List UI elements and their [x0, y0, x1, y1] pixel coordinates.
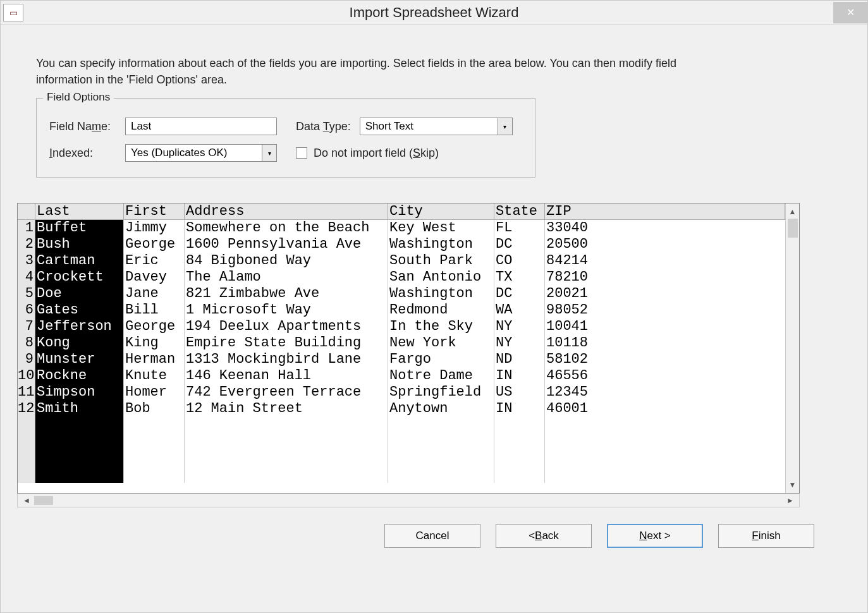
cell[interactable]: Washington: [388, 236, 494, 253]
column-header-city[interactable]: City: [388, 203, 494, 220]
back-button[interactable]: < Back: [496, 524, 592, 548]
cell[interactable]: Anytown: [388, 401, 494, 417]
column-header-address[interactable]: Address: [185, 203, 388, 220]
cell[interactable]: DC: [494, 236, 545, 253]
cell[interactable]: TX: [494, 269, 545, 286]
cell[interactable]: 146 Keenan Hall: [185, 368, 388, 384]
data-preview-grid[interactable]: LastFirstAddressCityStateZIP1BuffetJimmy…: [17, 203, 800, 494]
cell[interactable]: Washington: [388, 286, 494, 302]
cell[interactable]: George: [124, 236, 185, 253]
cell[interactable]: Key West: [388, 220, 494, 236]
cell[interactable]: New York: [388, 335, 494, 351]
cell[interactable]: 821 Zimbabwe Ave: [185, 286, 388, 302]
cell[interactable]: Springfield: [388, 384, 494, 401]
scroll-thumb[interactable]: [788, 219, 798, 238]
cell[interactable]: Jefferson: [35, 319, 124, 335]
scroll-right-icon[interactable]: ►: [786, 496, 794, 505]
cell[interactable]: Davey: [124, 269, 185, 286]
cell[interactable]: Simpson: [35, 384, 124, 401]
cell[interactable]: Crockett: [35, 269, 124, 286]
cell[interactable]: Buffet: [35, 220, 124, 236]
cell[interactable]: Redmond: [388, 302, 494, 319]
cell[interactable]: DC: [494, 286, 545, 302]
table-row[interactable]: 12SmithBob12 Main StreetAnytownIN46001: [18, 401, 785, 417]
cell[interactable]: Bob: [124, 401, 185, 417]
column-header-last[interactable]: Last: [35, 203, 124, 220]
table-row[interactable]: 5DoeJane821 Zimbabwe AveWashingtonDC2002…: [18, 286, 785, 302]
cell[interactable]: IN: [494, 401, 545, 417]
cell[interactable]: Kong: [35, 335, 124, 351]
cell[interactable]: Empire State Building: [185, 335, 388, 351]
cell[interactable]: 84214: [545, 253, 785, 269]
data-type-dropdown-button[interactable]: ▾: [498, 118, 513, 135]
column-header-first[interactable]: First: [124, 203, 185, 220]
cell[interactable]: Gates: [35, 302, 124, 319]
cell[interactable]: Jane: [124, 286, 185, 302]
scroll-down-icon[interactable]: ▼: [789, 480, 797, 489]
cell[interactable]: Herman: [124, 351, 185, 368]
vertical-scrollbar[interactable]: ▲ ▼: [785, 203, 799, 493]
column-header-zip[interactable]: ZIP: [545, 203, 785, 220]
cell[interactable]: San Antonio: [388, 269, 494, 286]
indexed-dropdown-button[interactable]: ▾: [262, 144, 277, 162]
cell[interactable]: Munster: [35, 351, 124, 368]
table-row[interactable]: 9MunsterHerman1313 Mockingbird LaneFargo…: [18, 351, 785, 368]
cell[interactable]: ND: [494, 351, 545, 368]
cell[interactable]: Bush: [35, 236, 124, 253]
table-row[interactable]: 4CrockettDaveyThe AlamoSan AntonioTX7821…: [18, 269, 785, 286]
cell[interactable]: 98052: [545, 302, 785, 319]
cell[interactable]: 1600 Pennsylvania Ave: [185, 236, 388, 253]
cell[interactable]: FL: [494, 220, 545, 236]
cell[interactable]: 1 Microsoft Way: [185, 302, 388, 319]
cell[interactable]: Smith: [35, 401, 124, 417]
cell[interactable]: Fargo: [388, 351, 494, 368]
cell[interactable]: The Alamo: [185, 269, 388, 286]
cell[interactable]: WA: [494, 302, 545, 319]
cell[interactable]: 742 Evergreen Terrace: [185, 384, 388, 401]
cancel-button[interactable]: Cancel: [384, 524, 480, 548]
cell[interactable]: NY: [494, 335, 545, 351]
scroll-left-icon[interactable]: ◄: [23, 496, 30, 505]
skip-field-checkbox[interactable]: [296, 147, 307, 159]
cell[interactable]: Homer: [124, 384, 185, 401]
cell[interactable]: 46001: [545, 401, 785, 417]
column-header-state[interactable]: State: [494, 203, 545, 220]
cell[interactable]: South Park: [388, 253, 494, 269]
table-row[interactable]: 3CartmanEric84 Bigboned WaySouth ParkCO8…: [18, 253, 785, 269]
cell[interactable]: 10118: [545, 335, 785, 351]
cell[interactable]: 33040: [545, 220, 785, 236]
cell[interactable]: Knute: [124, 368, 185, 384]
cell[interactable]: Eric: [124, 253, 185, 269]
cell[interactable]: 46556: [545, 368, 785, 384]
cell[interactable]: Cartman: [35, 253, 124, 269]
cell[interactable]: NY: [494, 319, 545, 335]
cell[interactable]: 12345: [545, 384, 785, 401]
data-type-combo[interactable]: ▾: [360, 118, 513, 135]
cell[interactable]: 20500: [545, 236, 785, 253]
cell[interactable]: George: [124, 319, 185, 335]
table-row[interactable]: 7JeffersonGeorge194 Deelux ApartmentsIn …: [18, 319, 785, 335]
cell[interactable]: 10041: [545, 319, 785, 335]
indexed-value[interactable]: [125, 144, 262, 162]
cell[interactable]: Notre Dame: [388, 368, 494, 384]
close-button[interactable]: ✕: [833, 2, 867, 23]
cell[interactable]: King: [124, 335, 185, 351]
cell[interactable]: US: [494, 384, 545, 401]
cell[interactable]: 78210: [545, 269, 785, 286]
horizontal-scrollbar[interactable]: ◄ ►: [17, 494, 800, 507]
cell[interactable]: Rockne: [35, 368, 124, 384]
cell[interactable]: 20021: [545, 286, 785, 302]
cell[interactable]: 58102: [545, 351, 785, 368]
table-row[interactable]: 1BuffetJimmySomewhere on the BeachKey We…: [18, 220, 785, 236]
data-type-value[interactable]: [360, 118, 498, 135]
scroll-up-icon[interactable]: ▲: [789, 207, 797, 216]
cell[interactable]: 84 Bigboned Way: [185, 253, 388, 269]
cell[interactable]: 194 Deelux Apartments: [185, 319, 388, 335]
cell[interactable]: 12 Main Street: [185, 401, 388, 417]
indexed-combo[interactable]: ▾: [125, 144, 277, 162]
scroll-thumb[interactable]: [34, 496, 53, 505]
cell[interactable]: 1313 Mockingbird Lane: [185, 351, 388, 368]
field-name-input[interactable]: [125, 118, 277, 135]
cell[interactable]: Bill: [124, 302, 185, 319]
cell[interactable]: Somewhere on the Beach: [185, 220, 388, 236]
